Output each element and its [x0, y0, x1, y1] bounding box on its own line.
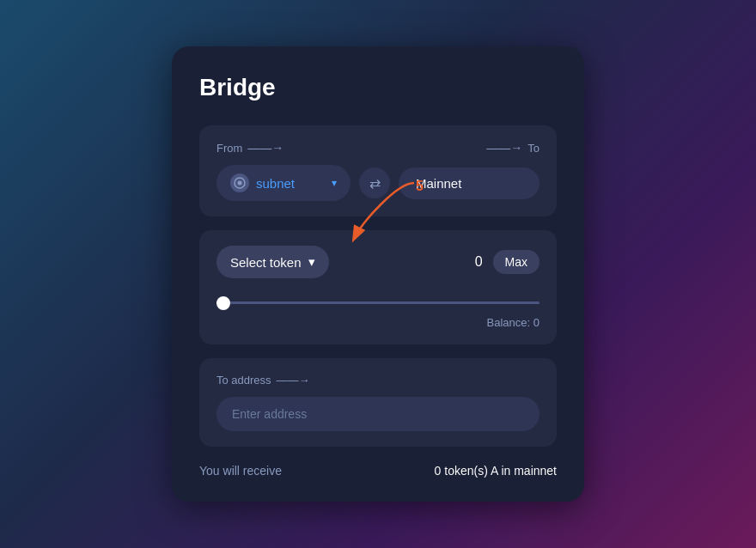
bridge-card: Bridge From ——→ ——→ To subnet [172, 46, 584, 502]
to-label-wrapper: ——→ To [486, 141, 540, 155]
receive-label: You will receive [199, 464, 282, 478]
token-section: 5 Select token ▾ 0 Max Balance: 0 [199, 230, 557, 344]
balance-row: Balance: 0 [216, 316, 540, 329]
balance-display: Balance: 0 [487, 316, 540, 329]
address-section: To address ——→ [199, 358, 557, 447]
token-row: Select token ▾ 0 Max [216, 246, 540, 278]
address-label: To address ——→ [216, 374, 540, 387]
to-label: To [527, 142, 540, 155]
select-token-button[interactable]: Select token ▾ [216, 246, 329, 278]
select-token-label: Select token [230, 255, 302, 270]
from-label: From ——→ [216, 141, 284, 155]
svg-point-1 [238, 181, 242, 186]
slider-wrapper [216, 292, 540, 307]
token-amount: 0 [475, 254, 483, 270]
to-network-display: Mainnet [399, 167, 540, 199]
page-title: Bridge [199, 74, 557, 101]
network-section: From ——→ ——→ To subnet ▾ ⇄ [199, 125, 557, 216]
to-arrow-icon: ——→ [486, 141, 522, 155]
subnet-icon [230, 174, 249, 192]
chevron-down-icon: ▾ [332, 177, 337, 189]
card-footer: You will receive 0 token(s) A in mainnet [199, 464, 557, 478]
amount-slider[interactable] [216, 301, 540, 304]
from-network-label: subnet [256, 176, 295, 191]
address-arrow-icon: ——→ [277, 374, 310, 387]
from-arrow-icon: ——→ [247, 141, 284, 155]
swap-icon: ⇄ [369, 175, 381, 192]
network-controls: subnet ▾ ⇄ Mainnet [216, 165, 540, 201]
address-input[interactable] [216, 397, 540, 431]
max-button[interactable]: Max [493, 250, 540, 274]
from-network-dropdown[interactable]: subnet ▾ [216, 165, 351, 201]
receive-amount: 0 token(s) A in mainnet [435, 464, 557, 478]
token-chevron-icon: ▾ [308, 254, 315, 270]
swap-button[interactable]: ⇄ [359, 167, 390, 198]
network-labels-row: From ——→ ——→ To [216, 141, 540, 155]
